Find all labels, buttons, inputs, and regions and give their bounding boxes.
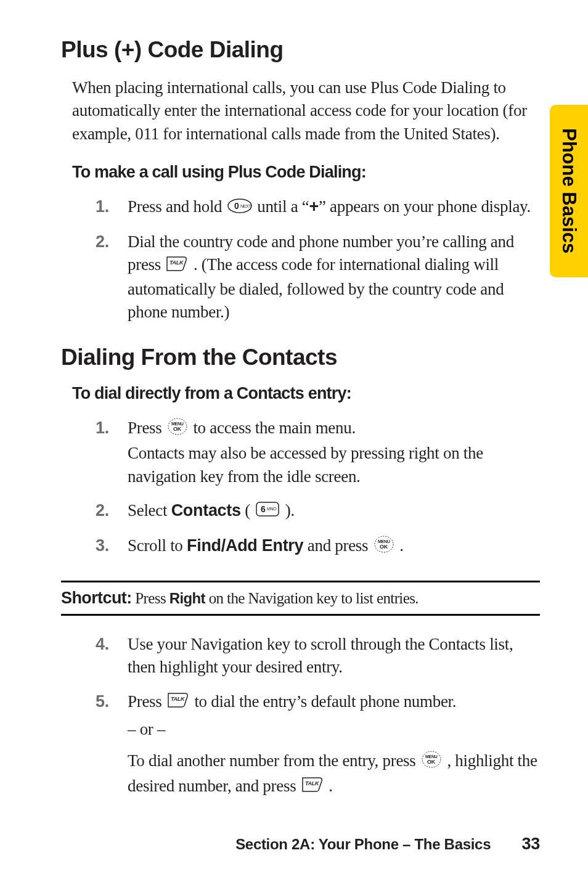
step-text: ( bbox=[241, 501, 255, 520]
shortcut-label: Shortcut: bbox=[61, 589, 132, 607]
step-text: until a “ bbox=[257, 197, 309, 216]
step-number: 3. bbox=[96, 534, 109, 557]
footer-section-label: Section 2A: Your Phone – The Basics bbox=[235, 836, 491, 852]
step-text: ). bbox=[285, 501, 295, 520]
step-text: ” appears on your phone display. bbox=[319, 197, 531, 216]
page-footer: Section 2A: Your Phone – The Basics 33 bbox=[235, 835, 540, 854]
menu-ok-key-icon: MENUOK bbox=[167, 417, 188, 442]
talk-key-icon: TALK bbox=[301, 776, 324, 799]
contacts-label: Contacts bbox=[171, 501, 241, 520]
plus-symbol: + bbox=[309, 197, 318, 216]
section1-intro: When placing international calls, you ca… bbox=[72, 76, 540, 145]
list-item: 3. Scroll to Find/Add Entry and press ME… bbox=[96, 534, 540, 560]
step-text: to access the main menu. bbox=[193, 419, 355, 437]
step-text: and press bbox=[303, 536, 372, 555]
talk-key-icon: TALK bbox=[167, 692, 189, 714]
svg-text:NEXT: NEXT bbox=[240, 204, 251, 208]
svg-text:OK: OK bbox=[173, 426, 182, 432]
step-text: Select bbox=[128, 501, 171, 520]
list-item: 4. Use your Navigation key to scroll thr… bbox=[96, 633, 540, 679]
list-item: 1. Press and hold 0NEXT until a “+” appe… bbox=[96, 195, 540, 219]
section2-title: Dialing From the Contacts bbox=[61, 345, 540, 370]
step-number: 1. bbox=[96, 195, 109, 218]
list-item: 2. Dial the country code and phone numbe… bbox=[96, 231, 540, 324]
talk-key-icon: TALK bbox=[166, 255, 188, 278]
list-item: 1. Press MENUOK to access the main menu.… bbox=[96, 417, 540, 488]
step-number: 5. bbox=[96, 690, 109, 713]
or-separator: – or – bbox=[128, 718, 540, 741]
step-number: 1. bbox=[96, 417, 109, 439]
list-item: 2. Select Contacts ( 6MNO ). bbox=[96, 499, 540, 523]
menu-ok-key-icon: MENUOK bbox=[421, 750, 442, 775]
step-number: 2. bbox=[96, 231, 109, 253]
list-item: 5. Press TALK to dial the entry’s defaul… bbox=[96, 690, 540, 799]
section2-steps-a: 1. Press MENUOK to access the main menu.… bbox=[61, 417, 540, 560]
find-add-entry-label: Find/Add Entry bbox=[187, 536, 303, 555]
section1-title: Plus (+) Code Dialing bbox=[61, 37, 540, 63]
section2-lead: To dial directly from a Contacts entry: bbox=[72, 384, 540, 403]
svg-text:TALK: TALK bbox=[171, 696, 186, 702]
section1-lead: To make a call using Plus Code Dialing: bbox=[72, 163, 540, 182]
step-text: Use your Navigation key to scroll throug… bbox=[128, 635, 513, 676]
svg-text:MNO: MNO bbox=[267, 507, 277, 511]
shortcut-box: Shortcut: Press Right on the Navigation … bbox=[61, 581, 540, 616]
svg-text:OK: OK bbox=[380, 544, 388, 550]
six-key-icon: 6MNO bbox=[255, 500, 280, 523]
section2-steps-b: 4. Use your Navigation key to scroll thr… bbox=[61, 633, 540, 799]
svg-text:MENU: MENU bbox=[378, 539, 390, 544]
svg-text:MENU: MENU bbox=[425, 754, 438, 759]
step-text: Press and hold bbox=[128, 197, 226, 216]
section1-steps: 1. Press and hold 0NEXT until a “+” appe… bbox=[61, 195, 540, 324]
step-text: . bbox=[399, 536, 403, 555]
step-text: to dial the entry’s default phone number… bbox=[194, 692, 456, 711]
svg-text:TALK: TALK bbox=[169, 259, 184, 266]
step-extra: Contacts may also be accessed by pressin… bbox=[128, 444, 483, 485]
shortcut-text: on the Navigation key to list entries. bbox=[205, 590, 419, 606]
page-number: 33 bbox=[522, 835, 540, 854]
svg-text:TALK: TALK bbox=[305, 780, 320, 786]
svg-text:0: 0 bbox=[234, 201, 239, 211]
step-number: 2. bbox=[96, 499, 109, 522]
svg-text:OK: OK bbox=[427, 759, 436, 765]
step-text: Press bbox=[128, 692, 166, 711]
tail-text: To dial another number from the entry, p… bbox=[128, 751, 420, 770]
page-content: Plus (+) Code Dialing When placing inter… bbox=[0, 0, 588, 799]
step-text: Press bbox=[128, 419, 166, 437]
svg-text:MENU: MENU bbox=[171, 422, 184, 426]
shortcut-key: Right bbox=[169, 590, 205, 606]
shortcut-text: Press bbox=[132, 590, 169, 606]
svg-text:6: 6 bbox=[261, 504, 266, 514]
step-number: 4. bbox=[96, 633, 109, 656]
zero-key-icon: 0NEXT bbox=[227, 197, 252, 219]
step-text: Scroll to bbox=[128, 536, 187, 555]
tail-text: . bbox=[329, 777, 332, 795]
menu-ok-key-icon: MENUOK bbox=[374, 535, 394, 560]
